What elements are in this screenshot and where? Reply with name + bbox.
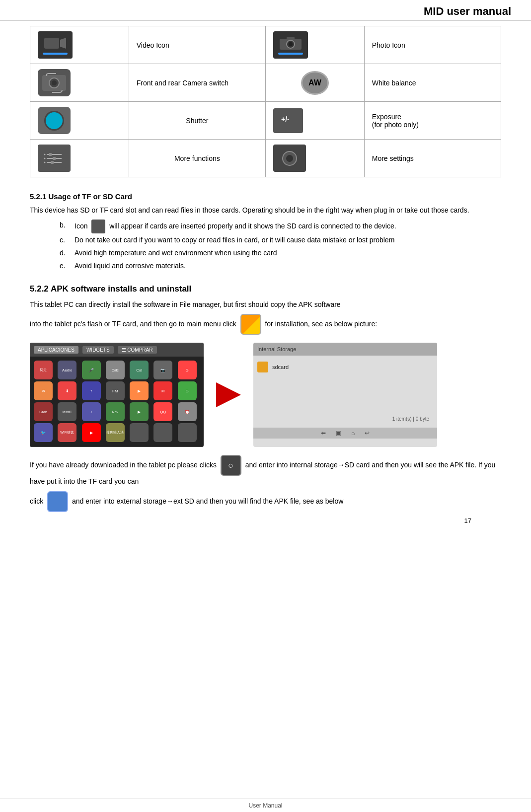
tab-aplicaciones: APLICACIONES — [34, 346, 78, 354]
app-icon: 📷 — [153, 361, 172, 379]
svg-rect-0 — [44, 38, 59, 49]
section-522-body1: This tablet PC can directly install the … — [30, 299, 501, 310]
more-settings-cell — [265, 140, 364, 177]
tab-comprar: ☰ COMPRAR — [118, 346, 157, 354]
list-text-c: Do not take out card if you want to copy… — [75, 234, 501, 246]
table-row: Shutter +/- Exposure(for photo only) — [30, 102, 501, 140]
app-icon: ▶ — [130, 402, 149, 421]
shutter-icon — [38, 107, 71, 134]
camera-switch-label-cell: Front and rear Camera switch — [129, 64, 265, 102]
app-icon: ⬇ — [58, 381, 76, 400]
video-icon-bar — [43, 53, 68, 55]
more-settings-label: More settings — [372, 154, 414, 162]
video-icon-cell — [30, 26, 129, 64]
photo-icon-svg — [279, 36, 303, 52]
exposure-label: Exposure(for photo only) — [372, 113, 419, 129]
file-area — [257, 374, 433, 414]
file-info: 1 item(s) | 0 byte — [257, 414, 433, 424]
more-functions-cell — [30, 140, 129, 177]
app-icon — [130, 423, 149, 442]
more-settings-svg — [277, 148, 302, 169]
page-footer: User Manual — [0, 799, 531, 812]
table-row: Video Icon — [30, 26, 501, 64]
file-list: sdcard 1 item(s) | 0 byte — [253, 356, 437, 428]
photo-icon-label: Photo Icon — [372, 41, 405, 49]
app-icon: 搜狗输入法 — [106, 423, 125, 442]
app-icon: M — [153, 381, 172, 400]
app-icon: f — [82, 381, 101, 400]
app-icon: Nav — [106, 402, 125, 421]
file-manager-bottom-bar: ⬅ ▣ ⌂ ↩ — [253, 428, 437, 439]
apk-icon-inline: ○ — [221, 455, 241, 476]
list-item-d: d. Avoid high temperature and wet enviro… — [60, 247, 501, 259]
more-functions-label-cell: More functions — [129, 140, 265, 177]
app-icon: MindT — [58, 402, 76, 421]
list-label-b: b. — [60, 220, 75, 231]
app-icon: WiFi键盘 — [58, 423, 76, 442]
more-functions-icon — [38, 145, 71, 172]
camera-switch-cell — [30, 64, 129, 102]
section-522-body4: click and enter into external storage→ex… — [30, 491, 501, 512]
more-settings-label-cell: More settings — [364, 140, 501, 177]
section-522-body2: into the tablet pc's flash or TF card, a… — [30, 314, 501, 335]
sd-card-icon-text-inline — [47, 491, 68, 512]
video-icon-svg — [43, 36, 67, 52]
app-icon: G — [178, 381, 197, 400]
app-icon: 🎤 — [82, 361, 101, 379]
list-label-e: e. — [60, 260, 75, 272]
svg-point-23 — [286, 155, 293, 162]
photo-icon-bar — [278, 53, 303, 55]
page-header: MID user manual — [0, 0, 531, 21]
photo-icon-cell — [265, 26, 364, 64]
svg-point-8 — [52, 80, 57, 85]
screenshot-bottom-bar: ⬅ ⌂ □ — [30, 446, 204, 447]
app-grid-screenshot: APLICACIONES WIDGETS ☰ COMPRAR 切走 Audio … — [30, 343, 204, 447]
shutter-label: Shutter — [186, 117, 208, 125]
bottom-icon: ▣ — [336, 430, 341, 437]
sd-card-icon-inline — [91, 220, 105, 233]
camera-switch-svg — [41, 72, 67, 94]
svg-rect-19 — [53, 157, 56, 160]
list-label-d: d. — [60, 247, 75, 259]
exposure-icon: +/- — [273, 108, 303, 133]
file-manager-top-bar: Internal Storage — [253, 343, 437, 356]
list-text-e: Avoid liquid and corrosive materials. — [75, 260, 501, 272]
svg-text:+/-: +/- — [281, 115, 290, 123]
more-settings-icon — [273, 145, 306, 172]
bottom-icon: ⌂ — [351, 430, 355, 437]
app-icon: G — [178, 361, 197, 379]
svg-marker-1 — [60, 38, 66, 49]
tab-widgets: WIDGETS — [82, 346, 114, 354]
white-balance-cell: AW — [265, 64, 364, 102]
camera-switch-icon — [38, 69, 71, 96]
section-521-body: This device has SD or TF card slot and c… — [30, 205, 501, 216]
file-manager-icon-inline — [240, 314, 261, 335]
shutter-cell — [30, 102, 129, 140]
internal-storage-label: Internal Storage — [257, 346, 296, 352]
file-item: sdcard — [257, 360, 433, 374]
folder-label: sdcard — [272, 364, 289, 370]
section-522-container: 5.2.2 APK software installs and uninstal… — [30, 284, 501, 335]
app-icon: Grab — [34, 402, 53, 421]
screenshot-top-bar: APLICACIONES WIDGETS ☰ COMPRAR — [30, 343, 204, 357]
list-item-c: c. Do not take out card if you want to c… — [60, 234, 501, 246]
arrow-right-icon — [216, 382, 241, 407]
app-icon: ▶ — [130, 381, 149, 400]
svg-point-5 — [289, 42, 293, 46]
section-522-body3: If you have already downloaded in the ta… — [30, 455, 501, 487]
exposure-svg: +/- — [277, 111, 299, 131]
section-522-title: 5.2.2 APK software installs and uninstal… — [30, 284, 501, 294]
arrow-container — [214, 385, 243, 405]
app-icon: ⏰ — [178, 402, 197, 421]
app-icon: Cal — [130, 361, 149, 379]
bottom-icon: ↩ — [365, 430, 370, 437]
bottom-icon: ⬅ — [321, 430, 326, 437]
shutter-label-cell: Shutter — [129, 102, 265, 140]
app-icon: ✉ — [34, 381, 53, 400]
app-icon: FM — [106, 381, 125, 400]
file-manager-screenshot: Internal Storage sdcard 1 item(s) | 0 by… — [253, 343, 437, 447]
camera-switch-label: Front and rear Camera switch — [137, 79, 228, 87]
video-camera-icon — [38, 31, 73, 59]
app-icon: Audio — [58, 361, 76, 379]
more-functions-label: More functions — [174, 154, 220, 162]
